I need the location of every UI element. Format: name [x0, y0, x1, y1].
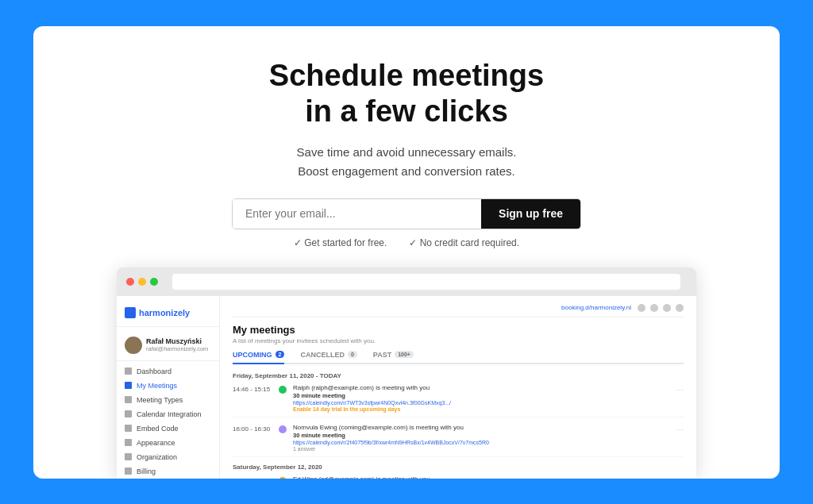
- sidebar-label-dashboard: Dashboard: [137, 367, 171, 375]
- app-mockup: harmonizely Rafał Muszyński rafal@harmon…: [117, 267, 696, 479]
- settings-icon[interactable]: [676, 304, 684, 312]
- sidebar: harmonizely Rafał Muszyński rafal@harmon…: [117, 296, 220, 479]
- booking-link[interactable]: booking.d/harmonizely.nl: [561, 304, 631, 311]
- user-info: Rafał Muszyński rafal@harmonizely.com: [146, 337, 208, 352]
- trust-badges: Get started for free. No credit card req…: [294, 237, 519, 248]
- signup-button[interactable]: Sign up free: [481, 198, 580, 229]
- meeting-row-3: 14:00 - 14:15 Ed Wing (ed@example.com) i…: [233, 475, 684, 479]
- trust-badge-free: Get started for free.: [294, 237, 387, 248]
- sidebar-label-appearance: Appearance: [137, 439, 175, 447]
- message-icon[interactable]: [650, 304, 658, 312]
- calendar-icon: [125, 410, 132, 417]
- sidebar-item-embed[interactable]: Embed Code: [117, 421, 219, 436]
- appearance-icon: [125, 439, 132, 446]
- user-email: rafal@harmonizely.com: [146, 345, 208, 352]
- sidebar-label-meeting-types: Meeting Types: [137, 396, 183, 404]
- sidebar-label-calendar: Calendar Integration: [137, 410, 202, 418]
- dot-maximize: [150, 278, 158, 286]
- meeting-info-1: Ralph (ralph@example.com) is meeting wit…: [293, 384, 669, 412]
- main-card: Schedule meetings in a few clicks Save t…: [33, 26, 780, 479]
- signup-form: Sign up free: [232, 198, 581, 229]
- page-title: My meetings: [233, 324, 684, 336]
- sidebar-item-my-meetings[interactable]: My Meetings: [117, 379, 219, 393]
- meeting-dot-1: [279, 386, 287, 394]
- embed-icon: [125, 425, 132, 432]
- trust-badge-card: No credit card required.: [409, 237, 519, 248]
- section-date-1: Friday, September 11, 2020 - TODAY: [233, 372, 684, 379]
- meeting-person-2: Nomvula Ewing (coming@example.com) is me…: [293, 424, 669, 431]
- meeting-types-icon: [125, 396, 132, 403]
- meeting-alert-1: Enable 14 day trial in the upcoming days: [293, 406, 669, 412]
- logo-icon: [125, 307, 136, 318]
- top-bar: booking.d/harmonizely.nl: [233, 304, 684, 317]
- meeting-time-1: 14:46 - 15:15: [233, 384, 272, 393]
- sidebar-label-billing: Billing: [137, 467, 156, 475]
- sidebar-user: Rafał Muszyński rafal@harmonizely.com: [117, 332, 219, 361]
- main-content-area: booking.d/harmonizely.nl My meetings A l…: [220, 296, 696, 479]
- subheadline: Save time and avoid unnecessary emails. …: [297, 143, 517, 181]
- section-date-2: Saturday, September 12, 2020: [233, 464, 684, 471]
- sidebar-item-billing[interactable]: Billing: [117, 464, 219, 479]
- notification-icon[interactable]: [638, 304, 645, 312]
- email-input[interactable]: [233, 198, 481, 229]
- meeting-time-3: 14:00 - 14:15: [233, 475, 272, 479]
- sidebar-label-organization: Organization: [137, 453, 177, 461]
- page-subtitle: A list of meetings your invitees schedul…: [233, 337, 684, 344]
- sidebar-item-dashboard[interactable]: Dashboard: [117, 364, 219, 379]
- user-avatar: [125, 337, 142, 354]
- meeting-info-2: Nomvula Ewing (coming@example.com) is me…: [293, 424, 669, 452]
- address-bar: [172, 274, 680, 290]
- meeting-row-2: 16:00 - 16:30 Nomvula Ewing (coming@exam…: [233, 424, 684, 457]
- dot-minimize: [138, 278, 146, 286]
- dashboard-icon: [125, 367, 132, 375]
- logo-text: harmonizely: [139, 308, 190, 317]
- meeting-more-1[interactable]: ⋯: [676, 384, 684, 394]
- sidebar-item-calendar[interactable]: Calendar Integration: [117, 407, 219, 421]
- tabs-bar: UPCOMING 2 CANCELLED 0 PAST 100+: [233, 351, 684, 364]
- headline: Schedule meetings in a few clicks: [269, 58, 544, 130]
- sidebar-logo: harmonizely: [117, 302, 219, 327]
- meeting-info-3: Ed Wing (ed@example.com) is meeting with…: [293, 475, 669, 479]
- tab-upcoming[interactable]: UPCOMING 2: [233, 351, 284, 364]
- sidebar-item-appearance[interactable]: Appearance: [117, 436, 219, 450]
- billing-icon: [125, 467, 132, 475]
- meeting-link-1[interactable]: https://calendly.com/r/7WT3v3sfpwr4N0Qxv…: [293, 400, 669, 406]
- tab-past[interactable]: PAST 100+: [373, 351, 414, 363]
- meeting-row-1: 14:46 - 15:15 Ralph (ralph@example.com) …: [233, 384, 684, 417]
- meeting-dot-2: [279, 425, 287, 433]
- meeting-person-3: Ed Wing (ed@example.com) is meeting with…: [293, 475, 669, 479]
- organization-icon: [125, 453, 132, 460]
- my-meetings-icon: [125, 382, 132, 389]
- browser-bar: [117, 267, 696, 296]
- meeting-time-2: 16:00 - 16:30: [233, 424, 272, 433]
- sidebar-item-meeting-types[interactable]: Meeting Types: [117, 393, 219, 407]
- meeting-answers-2: 1 answer: [293, 446, 669, 452]
- meeting-link-2[interactable]: https://calendly.com/r/2f4075f9b/3f/xwr4…: [293, 440, 669, 445]
- tab-cancelled[interactable]: CANCELLED 0: [300, 351, 356, 363]
- dot-close: [126, 278, 134, 286]
- sidebar-item-organization[interactable]: Organization: [117, 450, 219, 464]
- meeting-duration-1: 30 minute meeting: [293, 392, 669, 399]
- meeting-dot-3: [279, 477, 287, 479]
- upcoming-badge: 2: [275, 351, 285, 358]
- meeting-duration-2: 30 minute meeting: [293, 432, 669, 439]
- top-bar-icons: [638, 304, 684, 312]
- past-badge: 100+: [395, 351, 414, 358]
- sidebar-label-embed: Embed Code: [137, 425, 179, 433]
- meeting-more-3[interactable]: ⋯: [676, 475, 684, 479]
- app-content: harmonizely Rafał Muszyński rafal@harmon…: [117, 296, 696, 479]
- meeting-more-2[interactable]: ⋯: [676, 424, 684, 434]
- browser-dots: [126, 278, 158, 286]
- meeting-person-1: Ralph (ralph@example.com) is meeting wit…: [293, 384, 669, 391]
- help-icon[interactable]: [663, 304, 671, 312]
- cancelled-badge: 0: [348, 351, 357, 358]
- user-name: Rafał Muszyński: [146, 337, 208, 345]
- sidebar-label-my-meetings: My Meetings: [137, 382, 177, 390]
